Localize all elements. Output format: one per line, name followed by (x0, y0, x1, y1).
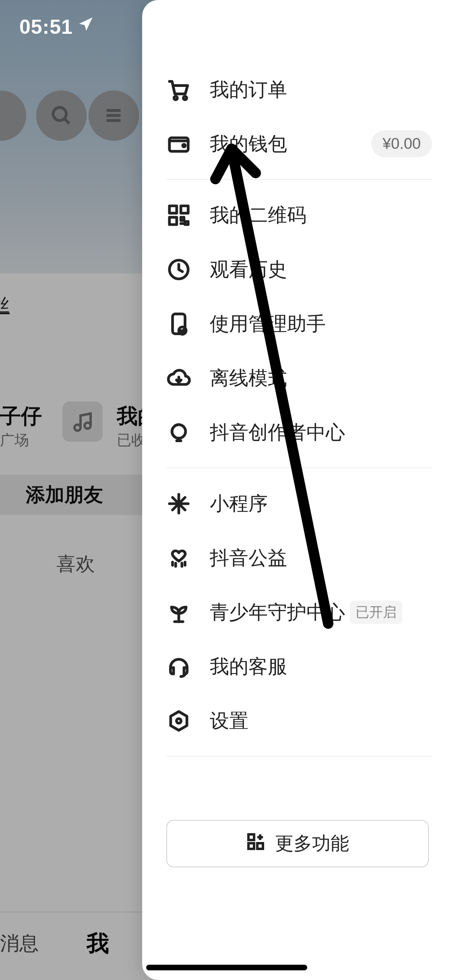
svg-point-7 (174, 96, 177, 99)
svg-marker-18 (171, 711, 187, 730)
location-icon (78, 15, 95, 34)
side-drawer: 我的订单 我的钱包 ¥0.00 我的二维码 观看历史 使用管理助手 (142, 0, 453, 980)
sparkle-icon (166, 491, 191, 516)
menu-service[interactable]: 我的客服 (166, 639, 432, 694)
settings-icon (166, 708, 191, 733)
cloud-download-icon (166, 366, 191, 391)
svg-rect-12 (181, 206, 188, 213)
clock-icon (166, 257, 191, 282)
menu-offline[interactable]: 离线模式 (166, 351, 432, 405)
headset-icon (166, 654, 191, 679)
menu-teen[interactable]: 青少年守护中心 已开启 (166, 585, 432, 639)
wallet-amount-badge: ¥0.00 (371, 130, 432, 157)
bulb-icon (166, 420, 191, 445)
more-functions-label: 更多功能 (275, 831, 349, 856)
menu-history-label: 观看历史 (210, 257, 287, 282)
svg-rect-21 (248, 843, 254, 849)
menu-qrcode[interactable]: 我的二维码 (166, 188, 432, 242)
qrcode-icon (166, 203, 191, 228)
heart-hands-icon (166, 546, 191, 570)
svg-point-10 (183, 144, 185, 146)
home-indicator (146, 965, 307, 970)
svg-rect-13 (170, 217, 177, 224)
svg-point-8 (183, 96, 186, 99)
divider (166, 756, 432, 757)
sprout-icon (166, 600, 191, 625)
status-time: 05:51 (19, 15, 73, 39)
grid-add-icon (246, 832, 265, 856)
menu-settings[interactable]: 设置 (166, 694, 432, 748)
menu-creator[interactable]: 抖音创作者中心 (166, 405, 432, 459)
svg-rect-22 (257, 843, 263, 849)
menu-history[interactable]: 观看历史 (166, 242, 432, 296)
phone-check-icon (166, 311, 191, 336)
menu-wallet-label: 我的钱包 (210, 131, 287, 157)
wallet-icon (166, 132, 191, 156)
more-functions-button[interactable]: 更多功能 (166, 820, 429, 867)
menu-orders-label: 我的订单 (210, 77, 287, 103)
divider (166, 179, 432, 180)
svg-rect-20 (248, 834, 254, 840)
menu-settings-label: 设置 (210, 708, 248, 734)
menu-service-label: 我的客服 (210, 654, 287, 679)
divider (166, 467, 432, 468)
menu-miniapp[interactable]: 小程序 (166, 476, 432, 531)
menu-assistant[interactable]: 使用管理助手 (166, 296, 432, 351)
svg-point-19 (176, 719, 181, 723)
menu-orders[interactable]: 我的订单 (166, 62, 432, 117)
menu-offline-label: 离线模式 (210, 365, 287, 391)
menu-qrcode-label: 我的二维码 (210, 202, 306, 228)
menu-miniapp-label: 小程序 (210, 491, 268, 517)
cart-icon (166, 77, 191, 102)
menu-wallet[interactable]: 我的钱包 ¥0.00 (166, 117, 432, 171)
menu-charity[interactable]: 抖音公益 (166, 531, 432, 585)
menu-teen-label: 青少年守护中心 (210, 599, 345, 625)
svg-rect-11 (170, 206, 177, 213)
menu-creator-label: 抖音创作者中心 (210, 420, 345, 445)
teen-enabled-tag: 已开启 (350, 601, 402, 624)
menu-assistant-label: 使用管理助手 (210, 311, 326, 337)
menu-charity-label: 抖音公益 (210, 545, 287, 571)
